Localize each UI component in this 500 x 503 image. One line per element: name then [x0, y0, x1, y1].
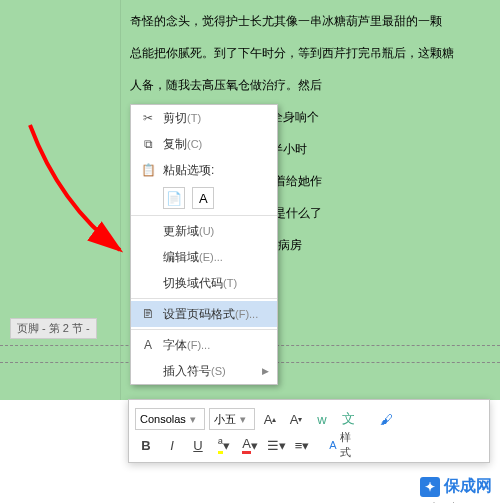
- paste-text-only[interactable]: A: [192, 187, 214, 209]
- doc-line: 奇怪的念头，觉得护士长尤其像一串冰糖葫芦里最甜的一颗: [10, 5, 490, 37]
- cut-icon: ✂: [139, 111, 157, 125]
- phonetic-guide-button[interactable]: w: [311, 408, 333, 430]
- submenu-arrow-icon: ▶: [262, 366, 269, 376]
- bullets-button[interactable]: ☰▾: [265, 434, 287, 456]
- page-format-icon: 🖹: [139, 307, 157, 321]
- paste-keep-source[interactable]: 📄: [163, 187, 185, 209]
- menu-cut[interactable]: ✂ 剪切(T): [131, 105, 277, 131]
- underline-button[interactable]: U: [187, 434, 209, 456]
- clear-format-button[interactable]: 文: [337, 408, 359, 430]
- doc-line: 人ᅟᅟᅟᅟᅟᅟᅟᅟᅟᅟᅟᅟᅟᅟᅟᅟᅟᅟᅟ备，随我去高压氧仓做治疗。然后: [10, 69, 490, 101]
- format-painter-button[interactable]: 🖌: [375, 408, 397, 430]
- mini-toolbar: Consolas▾ 小五▾ A▴ A▾ w 文 🖌 B I U ª▾ A▾ ☰▾…: [128, 399, 490, 463]
- font-family-select[interactable]: Consolas▾: [135, 408, 205, 430]
- font-size-select[interactable]: 小五▾: [209, 408, 255, 430]
- bold-button[interactable]: B: [135, 434, 157, 456]
- italic-button[interactable]: I: [161, 434, 183, 456]
- menu-paste-options: 📋 粘贴选项:: [131, 157, 277, 183]
- shrink-font-button[interactable]: A▾: [285, 408, 307, 430]
- font-icon: A: [139, 338, 157, 352]
- watermark: ✦ 保成网: [420, 476, 492, 497]
- doc-line: 总能把你腻死。到了下午时分，等到西芹打完吊瓶后，这颗糖: [10, 37, 490, 69]
- watermark-icon: ✦: [420, 477, 440, 497]
- menu-font[interactable]: A 字体(F)...: [131, 332, 277, 358]
- menu-edit-field[interactable]: 编辑域(E)...: [131, 244, 277, 270]
- context-menu: ✂ 剪切(T) ⧉ 复制(C) 📋 粘贴选项: 📄 A 更新域(U) 编辑域(E…: [130, 104, 278, 385]
- styles-button[interactable]: A样式: [329, 434, 351, 456]
- menu-page-number-format[interactable]: 🖹 设置页码格式(F)...: [131, 301, 277, 327]
- menu-insert-symbol[interactable]: 插入符号(S) ▶: [131, 358, 277, 384]
- menu-toggle-field-code[interactable]: 切换域代码(T): [131, 270, 277, 296]
- highlight-button[interactable]: ª▾: [213, 434, 235, 456]
- footer-section-label: 页脚 - 第 2 节 -: [10, 318, 97, 339]
- menu-update-field[interactable]: 更新域(U): [131, 218, 277, 244]
- paste-icon: 📋: [139, 163, 157, 177]
- menu-copy[interactable]: ⧉ 复制(C): [131, 131, 277, 157]
- numbering-button[interactable]: ≡▾: [291, 434, 313, 456]
- grow-font-button[interactable]: A▴: [259, 408, 281, 430]
- font-color-button[interactable]: A▾: [239, 434, 261, 456]
- copy-icon: ⧉: [139, 137, 157, 151]
